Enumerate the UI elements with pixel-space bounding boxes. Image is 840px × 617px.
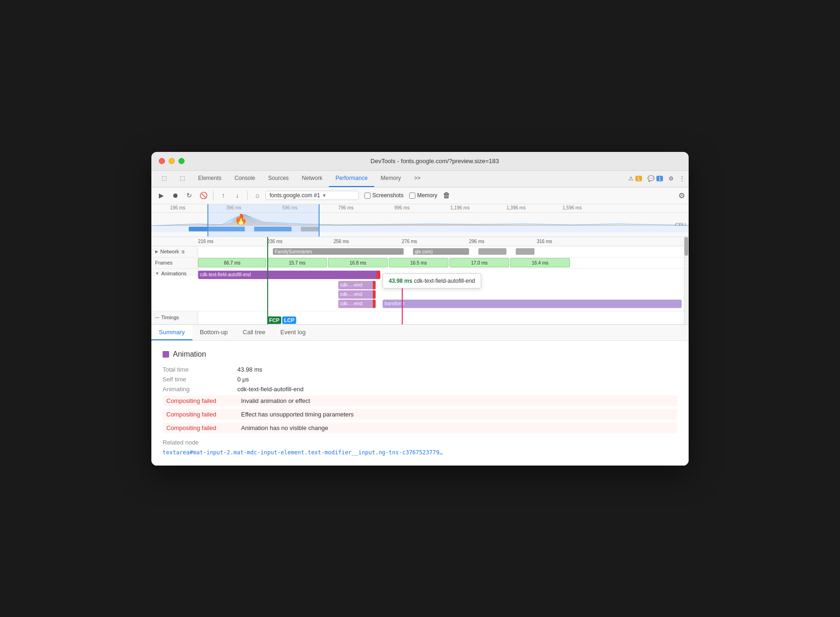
warning-indicator[interactable]: ⚠ 1 xyxy=(628,175,642,182)
tooltip-label: cdk-text-field-autofill-end xyxy=(414,278,475,284)
detail-time-1: 236 ms xyxy=(267,239,283,244)
selection-overlay[interactable] xyxy=(207,204,320,237)
related-node-link[interactable]: textarea#mat-input-2.mat-mdc-input-eleme… xyxy=(163,449,443,456)
network-bar-4[interactable] xyxy=(516,248,534,255)
anim-bar-sub-1[interactable]: cdk-...-end xyxy=(338,290,376,299)
scrollbar-thumb[interactable] xyxy=(684,237,688,256)
bottom-up-tab-label: Bottom-up xyxy=(200,329,228,336)
screenshots-input[interactable] xyxy=(364,193,370,199)
frame-0: 66.7 ms xyxy=(198,258,266,267)
reload-record-button[interactable]: ↻ xyxy=(183,189,195,201)
collapse-icon[interactable]: ▼ xyxy=(155,271,159,276)
performance-toolbar: ▶ ⏺ ↻ 🚫 ↑ ↓ ⌂ fonts.google.com #1 ▾ Scre… xyxy=(151,187,689,204)
network-bar-3[interactable] xyxy=(478,248,506,255)
fcp-label: FCP xyxy=(267,316,281,324)
more-options-button[interactable]: ⋮ xyxy=(679,175,685,182)
timings-label: Timings xyxy=(161,315,179,320)
tab-bar-inspector[interactable]: ⬚ xyxy=(155,171,173,187)
memory-input[interactable] xyxy=(409,193,415,199)
anim-bar-sub-0[interactable]: cdk-...-end xyxy=(338,281,376,289)
tooltip: 43.98 ms cdk-text-field-autofill-end xyxy=(383,273,481,288)
animations-label: Animations xyxy=(161,271,186,276)
tab-bottom-up[interactable]: Bottom-up xyxy=(192,325,235,340)
maximize-button[interactable] xyxy=(178,158,185,164)
tooltip-time: 43.98 ms xyxy=(389,278,413,284)
animations-track-label: ▼ Animations xyxy=(151,269,198,276)
tab-call-tree[interactable]: Call tree xyxy=(235,325,273,340)
animation-title: Animation xyxy=(173,350,206,359)
overview-time-6: 1,396 ms xyxy=(506,205,526,210)
timings-track-content[interactable]: FCP LCP xyxy=(198,311,689,324)
close-button[interactable] xyxy=(159,158,165,164)
frames-label: Frames xyxy=(155,260,172,265)
sidebar-toggle[interactable]: ▶ xyxy=(155,189,167,201)
summary-section-title: Animation xyxy=(163,350,677,359)
download-button[interactable]: ↓ xyxy=(231,189,243,201)
memory-checkbox[interactable]: Memory xyxy=(409,192,437,199)
tab-sources[interactable]: Sources xyxy=(262,171,295,187)
network-bar-family[interactable]: FamilySummaries xyxy=(273,248,404,255)
network-track-label: ▶ Network :s xyxy=(151,246,198,257)
total-time-label: Total time xyxy=(163,366,237,373)
network-track-content[interactable]: FamilySummaries gle.com) xyxy=(198,246,689,257)
error-label-0: Compositing failed xyxy=(166,397,241,404)
error-label-1: Compositing failed xyxy=(166,411,241,418)
tab-more[interactable]: >> xyxy=(407,171,427,187)
record-button[interactable]: ⏺ xyxy=(169,189,181,201)
tab-bar-device[interactable]: ⬚ xyxy=(173,171,192,187)
settings-button[interactable]: ⚙ xyxy=(669,175,674,182)
summary-tab-label: Summary xyxy=(159,329,185,336)
timeline-overview[interactable]: 196 ms 396 ms 596 ms 796 ms 996 ms 1,196… xyxy=(151,204,689,237)
network-bar-gle[interactable]: gle.com) xyxy=(413,248,469,255)
elements-label: Elements xyxy=(198,175,221,181)
tab-console[interactable]: Console xyxy=(228,171,262,187)
overview-time-5: 1,196 ms xyxy=(450,205,470,210)
tab-performance[interactable]: Performance xyxy=(329,171,374,187)
tab-network[interactable]: Network xyxy=(295,171,329,187)
devtools-window: DevTools - fonts.google.com/?preview.siz… xyxy=(151,152,689,466)
separator-2 xyxy=(247,191,248,200)
expand-icon[interactable]: ▶ xyxy=(155,249,158,254)
error-value-0: Invalid animation or effect xyxy=(241,397,310,404)
frames-track-content[interactable]: 66.7 ms15.7 ms16.8 ms16.5 ms17.0 ms16.4 … xyxy=(198,258,689,268)
screenshots-checkbox[interactable]: Screenshots xyxy=(364,192,404,199)
anim-bar-main[interactable]: cdk-text-field-autofill-end xyxy=(198,271,380,279)
sources-label: Sources xyxy=(268,175,289,181)
tab-memory[interactable]: Memory xyxy=(374,171,407,187)
anim-bar-sub-0-label: cdk-...-end xyxy=(340,282,362,287)
timings-collapse-icon[interactable]: — xyxy=(155,315,159,320)
frames-track-label: Frames xyxy=(151,258,198,268)
memory-label: Memory xyxy=(381,175,401,181)
home-button[interactable]: ⌂ xyxy=(251,189,263,201)
tab-event-log[interactable]: Event log xyxy=(273,325,313,340)
tab-bar-right: ⚠ 1 💬 1 ⚙ ⋮ xyxy=(628,175,685,182)
network-track: ▶ Network :s FamilySummaries gle.com) xyxy=(151,246,689,258)
performance-label: Performance xyxy=(335,175,368,181)
url-selector[interactable]: fonts.google.com #1 ▾ xyxy=(265,191,359,200)
timeline-scrollbar[interactable] xyxy=(684,237,689,324)
timeline-detail: 216 ms 236 ms 256 ms 276 ms 296 ms 316 m… xyxy=(151,237,689,325)
toolbar-settings-button[interactable]: ⚙ xyxy=(678,191,685,200)
related-node-section: Related node textarea#mat-input-2.mat-md… xyxy=(163,439,677,456)
network-bar-gle-label: gle.com) xyxy=(415,249,433,254)
minimize-button[interactable] xyxy=(169,158,175,164)
animations-track-content[interactable]: cdk-text-field-autofill-end cdk-...-end … xyxy=(198,269,689,311)
fcp-marker: FCP LCP xyxy=(267,316,296,324)
clear-button[interactable]: 🚫 xyxy=(197,189,209,201)
tab-elements[interactable]: Elements xyxy=(192,171,228,187)
self-time-label: Self time xyxy=(163,376,237,383)
memory-label: Memory xyxy=(417,192,437,199)
anim-bar-sub-2[interactable]: cdk-...-end xyxy=(338,300,376,308)
total-time-row: Total time 43.98 ms xyxy=(163,366,677,373)
anim-bar-transform[interactable]: transform xyxy=(383,300,682,308)
info-count: 1 xyxy=(656,176,663,181)
animating-value: cdk-text-field-autofill-end xyxy=(237,386,304,393)
separator-1 xyxy=(213,191,214,200)
tab-summary[interactable]: Summary xyxy=(151,325,192,340)
overview-time-0: 196 ms xyxy=(170,205,185,210)
checkbox-group: Screenshots Memory 🗑 xyxy=(364,191,450,200)
upload-button[interactable]: ↑ xyxy=(217,189,229,201)
cpu-label: CPU xyxy=(675,222,686,226)
info-indicator[interactable]: 💬 1 xyxy=(648,175,663,182)
error-row-2: Compositing failed Animation has no visi… xyxy=(163,423,677,433)
